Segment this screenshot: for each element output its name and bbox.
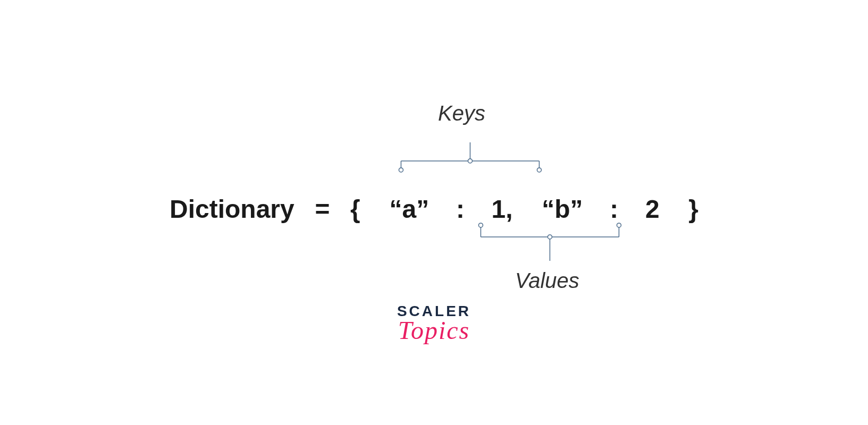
svg-point-6 bbox=[399, 168, 403, 172]
open-brace: { bbox=[350, 194, 360, 224]
dictionary-diagram: Keys Dictionary = { “a” : 1, “b” : 2 } bbox=[170, 194, 698, 224]
values-label: Values bbox=[515, 269, 579, 293]
values-bracket bbox=[473, 221, 632, 269]
equals-sign: = bbox=[315, 194, 330, 224]
close-brace: } bbox=[688, 194, 698, 224]
logo-line2: Topics bbox=[397, 316, 471, 345]
svg-point-14 bbox=[547, 235, 552, 239]
colon-1: : bbox=[456, 194, 465, 224]
value-1: 1, bbox=[492, 194, 513, 224]
scaler-topics-logo: SCALER Topics bbox=[397, 303, 471, 345]
key-b: “b” bbox=[542, 194, 583, 224]
svg-point-1 bbox=[468, 159, 472, 163]
colon-2: : bbox=[610, 194, 618, 224]
keys-bracket bbox=[393, 142, 547, 188]
value-2: 2 bbox=[645, 194, 660, 224]
var-name: Dictionary bbox=[170, 194, 294, 224]
keys-label: Keys bbox=[438, 101, 485, 125]
key-a: “a” bbox=[389, 194, 429, 224]
svg-point-7 bbox=[537, 168, 541, 172]
dictionary-expression: Dictionary = { “a” : 1, “b” : 2 } bbox=[170, 194, 698, 224]
svg-point-8 bbox=[478, 223, 483, 227]
svg-point-9 bbox=[617, 223, 621, 227]
